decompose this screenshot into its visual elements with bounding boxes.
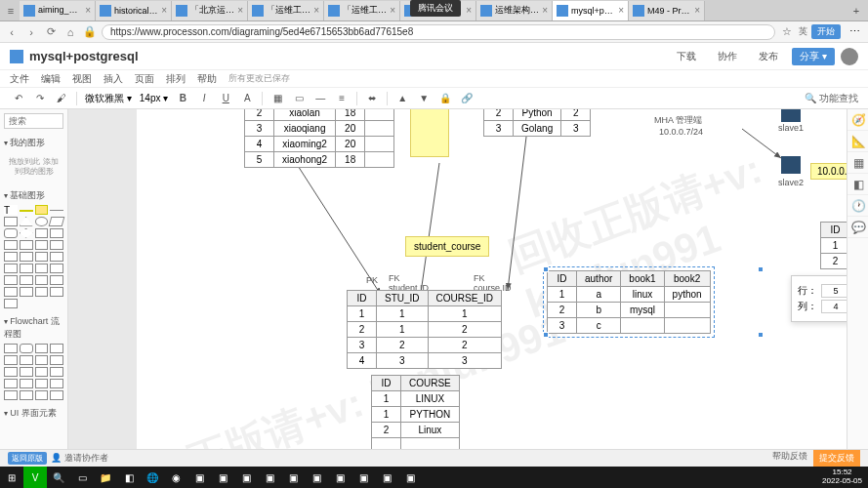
back-button[interactable]: ‹ [4, 24, 20, 40]
table-student-course[interactable]: IDSTU_IDCOURSE_ID111212322433 [347, 290, 502, 369]
server-icon[interactable] [781, 156, 801, 174]
app-icon[interactable]: ▣ [258, 467, 281, 488]
basic-shapes-section[interactable]: 基础图形 [4, 187, 63, 204]
url-input[interactable]: https://www.processon.com/diagraming/5ed… [102, 24, 775, 40]
download-button[interactable]: 下载 [669, 48, 704, 65]
ui-elements-section[interactable]: UI 界面元素 [4, 405, 63, 422]
close-icon[interactable]: × [466, 5, 472, 16]
vscode-icon[interactable]: ◧ [117, 467, 141, 488]
forward-button[interactable]: › [23, 24, 39, 40]
grid-icon[interactable]: ▦ [847, 152, 868, 174]
help-link[interactable]: 帮助反馈 [772, 450, 807, 467]
size-select[interactable]: 14px ▾ [138, 93, 170, 103]
table-course[interactable]: IDCOURSE1LINUX1PYTHON2Linux [371, 375, 460, 452]
history-icon[interactable]: 🕐 [847, 195, 868, 217]
format-icon[interactable]: ◧ [847, 174, 868, 195]
close-icon[interactable]: × [237, 5, 243, 16]
menu-文件[interactable]: 文件 [10, 72, 29, 86]
coop-button[interactable]: 协作 [710, 48, 745, 65]
browser-tab[interactable]: 「运维工程师招聘」...× [248, 1, 324, 20]
italic-button[interactable]: I [195, 90, 213, 107]
table-books[interactable]: IDauthorbook1book21alinuxpython2bmysql3c [547, 270, 711, 334]
app-icon[interactable]: ▣ [398, 467, 422, 488]
app-icon[interactable]: ▣ [305, 467, 328, 488]
share-button[interactable]: 分享 ▾ [792, 48, 835, 65]
text-color-button[interactable]: A [238, 90, 256, 107]
browser-tab[interactable]: historical trend of...× [96, 1, 172, 20]
table-courses-top[interactable]: 2Python23Golang3 [483, 109, 591, 137]
search-icon[interactable]: 🔍 [47, 467, 70, 488]
ruler-icon[interactable]: 📐 [847, 131, 868, 152]
menu-排列[interactable]: 排列 [166, 72, 186, 86]
canvas[interactable]: 回收正版请+v: kunlun991 回收正版请+v: kunlun991 2x… [137, 109, 868, 478]
comment-icon[interactable]: 💬 [847, 217, 868, 238]
line-style-button[interactable]: — [311, 90, 329, 107]
edge-icon[interactable]: 🌐 [141, 467, 164, 488]
close-icon[interactable]: × [85, 5, 91, 16]
close-icon[interactable]: × [161, 5, 167, 16]
function-search[interactable]: 🔍 功能查找 [805, 92, 858, 105]
browser-menu-icon[interactable]: ≡ [2, 2, 20, 20]
shape-search-input[interactable] [4, 113, 63, 129]
document-title[interactable]: mysql+postgresql [29, 49, 669, 63]
explorer-icon[interactable]: 📁 [94, 467, 117, 488]
new-tab-button[interactable]: + [847, 5, 866, 17]
selection-handle[interactable] [758, 332, 764, 338]
close-icon[interactable]: × [390, 5, 395, 16]
collab-link[interactable]: 👤 邀请协作者 [51, 452, 108, 465]
user-avatar[interactable] [841, 48, 858, 65]
start-icon[interactable]: ⊞ [0, 467, 23, 488]
paint-button[interactable]: 🖌 [53, 90, 70, 107]
home-button[interactable]: ⌂ [62, 24, 78, 40]
font-select[interactable]: 微软雅黑 ▾ [83, 92, 134, 105]
bold-button[interactable]: B [174, 90, 191, 107]
selection-handle[interactable] [543, 266, 549, 272]
stroke-button[interactable]: ▭ [290, 90, 308, 107]
yellow-note[interactable] [410, 109, 449, 157]
task-app-icon[interactable]: V [23, 467, 47, 488]
front-button[interactable]: ▲ [393, 90, 411, 107]
selection-handle[interactable] [543, 332, 549, 338]
menu-视图[interactable]: 视图 [72, 72, 92, 86]
start-button[interactable]: 开始 [811, 24, 841, 39]
app-icon[interactable]: ▣ [187, 467, 211, 488]
lock-button[interactable]: 🔒 [436, 90, 454, 107]
back-button-z[interactable]: ▼ [415, 90, 433, 107]
menu-插入[interactable]: 插入 [103, 72, 123, 86]
app-icon[interactable]: ▣ [375, 467, 398, 488]
server-icon[interactable] [781, 109, 801, 122]
publish-button[interactable]: 发布 [751, 48, 786, 65]
close-icon[interactable]: × [542, 5, 548, 16]
close-icon[interactable]: × [313, 5, 319, 16]
task-view-icon[interactable]: ▭ [70, 467, 94, 488]
app-icon[interactable]: ▣ [328, 467, 351, 488]
selection-handle[interactable] [758, 266, 764, 272]
underline-button[interactable]: U [217, 90, 234, 107]
app-icon[interactable]: ▣ [234, 467, 258, 488]
lang-indicator[interactable]: 英 [799, 25, 807, 38]
browser-tab[interactable]: mysql+postgresq...× [553, 1, 629, 20]
menu-帮助[interactable]: 帮助 [197, 72, 217, 86]
close-icon[interactable]: × [618, 5, 624, 16]
app-icon[interactable]: ▣ [211, 467, 234, 488]
browser-more-icon[interactable]: ⋯ [845, 25, 864, 38]
student-course-note[interactable]: student_course [405, 236, 489, 257]
undo-button[interactable]: ↶ [10, 90, 27, 107]
my-shapes-section[interactable]: 我的图形 [4, 135, 63, 151]
refresh-button[interactable]: ⟳ [43, 24, 59, 40]
browser-tab[interactable]: 运维架构图 - Proc...× [476, 1, 553, 20]
align-button[interactable]: ⬌ [363, 90, 381, 107]
link-button[interactable]: 🔗 [458, 90, 475, 107]
app-icon[interactable]: ▣ [351, 467, 375, 488]
system-clock[interactable]: 15:522022-05-05 [816, 468, 868, 486]
browser-tab[interactable]: 「运维工程师招聘」...× [324, 1, 400, 20]
menu-页面[interactable]: 页面 [135, 72, 154, 86]
redo-button[interactable]: ↷ [31, 90, 49, 107]
nav-icon[interactable]: 🧭 [847, 109, 868, 131]
flowchart-section[interactable]: Flowchart 流程图 [4, 313, 63, 343]
chrome-icon[interactable]: ◉ [164, 467, 187, 488]
fill-button[interactable]: ▦ [269, 90, 286, 107]
browser-tab[interactable]: M49 - ProcessOn× [629, 1, 705, 20]
close-icon[interactable]: × [694, 5, 700, 16]
line-width-button[interactable]: ≡ [333, 90, 351, 107]
